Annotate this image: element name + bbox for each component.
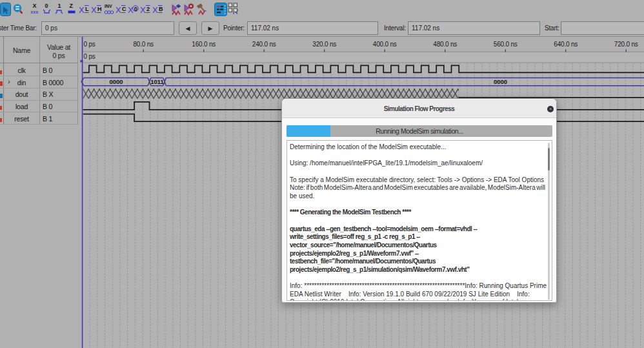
svg-text:0 ps: 0 ps [84,41,96,48]
svg-text:480.0 ns: 480.0 ns [433,41,457,48]
svg-text:400.0 ns: 400.0 ns [373,41,397,48]
svg-text:0000: 0000 [109,78,123,85]
svg-text:1011: 1011 [150,78,164,85]
svg-text:0000: 0000 [494,78,507,85]
svg-text:0 ps: 0 ps [84,53,96,60]
svg-text:640.0 ns: 640.0 ns [554,41,578,48]
svg-text:720.0 ns: 720.0 ns [614,41,638,48]
svg-text:240.0 ns: 240.0 ns [252,41,276,48]
svg-text:160.0 ns: 160.0 ns [192,41,216,48]
svg-text:80.0 ns: 80.0 ns [133,41,154,48]
svg-text:560.0 ns: 560.0 ns [494,41,518,48]
svg-text:320.0 ns: 320.0 ns [312,41,336,48]
